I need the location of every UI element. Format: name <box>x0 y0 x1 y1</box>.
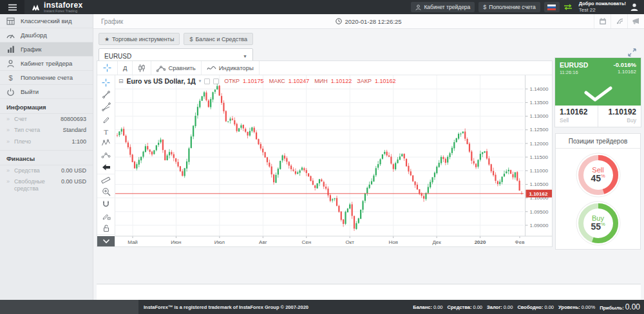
compare-button[interactable]: Сравнить <box>151 61 201 75</box>
brush-tool-button[interactable] <box>97 113 115 125</box>
finance-rows: »Средства0.00 USD»Свободные средства0.00… <box>0 165 93 195</box>
sidebar-info-row: »Средства0.00 USD <box>0 165 93 176</box>
collapse-tools-button[interactable] <box>97 236 115 246</box>
trading-instruments-button[interactable]: ★ Торговые инструменты <box>99 33 180 45</box>
sidebar-item-deposit[interactable]: $Пополнение счета <box>0 71 93 85</box>
traders-positions-card: Позиции трейдеров Sell 45% <box>555 133 641 250</box>
sell-cell[interactable]: 1.10162 Sell <box>555 106 598 127</box>
magnet-tool-button[interactable] <box>97 198 115 210</box>
info-rows: »Счет80800693»Тип счетаStandard»Плечо1:1… <box>0 114 93 147</box>
sidebar-item-label: Кабинет трейдера <box>21 60 72 67</box>
gann-fib-tool-icon <box>102 102 111 111</box>
statusbar: InstaForex™ is a registered trademark of… <box>0 300 644 314</box>
quote-symbol: EURUSD <box>560 61 588 69</box>
sidebar-item-label: Дашборд <box>21 32 47 39</box>
forecast-tool-button[interactable] <box>97 149 115 162</box>
gauge-icon <box>6 32 15 39</box>
close-value: 1.10162 <box>375 78 396 84</box>
welcome-label: Добро пожаловать! <box>579 1 626 7</box>
arrow-tool-button[interactable] <box>97 162 115 174</box>
topbar: instaforex Instant Forex Trading Кабинет… <box>0 0 644 14</box>
text-tool-button[interactable]: T <box>97 125 115 137</box>
welcome-block: Добро пожаловать! Test 22 <box>579 1 626 13</box>
instaforex-brand[interactable]: instaforex Instant Forex Trading <box>31 1 82 14</box>
controls-row: ★ Торговые инструменты $ Баланс и Средст… <box>99 33 253 45</box>
trademark-text: InstaForex™ is a registered trademark of… <box>144 304 308 310</box>
trader-cabinet-button[interactable]: Кабинет трейдера <box>411 2 475 12</box>
svg-text:Июн: Июн <box>171 239 181 245</box>
brand-tagline: Instant Forex Trading <box>44 10 82 14</box>
right-panel: EURUSD 11:26:16 -0.016% 1.10162 <box>555 14 641 300</box>
chart-type-button[interactable] <box>133 61 151 75</box>
ruler-tool-button[interactable] <box>97 174 115 186</box>
metric-уровень: Уровень:0.00% <box>558 304 595 310</box>
zoom-in-tool-button[interactable] <box>97 186 115 198</box>
legend-collapse-icon[interactable]: ⊟ <box>118 78 124 84</box>
svg-text:Окт: Окт <box>345 239 354 245</box>
info-section-title: Информация <box>0 99 93 114</box>
svg-text:1.13000: 1.13000 <box>530 113 549 119</box>
low-value: 1.10122 <box>331 78 352 84</box>
sell-donut-text: Sell 45% <box>575 152 621 198</box>
sidebar-item-logout[interactable]: Выйти <box>0 85 93 99</box>
row-label: Средства <box>14 167 61 174</box>
chart-toolbar: Д Сравнить Индикаторы <box>97 61 552 75</box>
chevron-down-icon <box>102 239 110 244</box>
hamburger-menu-button[interactable] <box>0 0 24 14</box>
compare-icon <box>156 64 166 72</box>
buy-percent: 55 <box>591 221 601 232</box>
symbol-select-value: EURUSD <box>104 53 131 60</box>
person-icon <box>6 60 15 68</box>
dollar-icon: $ <box>189 36 193 42</box>
legend-close-icon[interactable] <box>213 78 219 84</box>
timeframe-button[interactable]: Д <box>118 61 133 75</box>
metric-прибыль: Прибыль:0.00 <box>600 302 640 311</box>
sidebar-item-label: Пополнение счета <box>21 74 73 81</box>
sidebar-info-row: »Тип счетаStandard <box>0 125 93 136</box>
lock-tool-button[interactable] <box>97 222 115 234</box>
quote-time: 11:26:16 <box>560 69 588 75</box>
row-value: 80800693 <box>61 116 86 122</box>
dollar-icon: $ <box>6 74 15 82</box>
svg-text:1.11000: 1.11000 <box>530 168 549 174</box>
sidebar-item-classic-view[interactable]: Классический вид <box>0 14 93 28</box>
language-flag-button[interactable] <box>544 2 560 12</box>
price-chart[interactable]: 1.140001.135001.130001.125001.120001.115… <box>115 75 552 246</box>
legend-caret-icon[interactable]: ▾ <box>199 78 202 84</box>
positions-donuts: Sell 45% Buy 55% <box>556 149 640 246</box>
chart-card: Д Сравнить Индикаторы T <box>97 60 553 247</box>
avatar-icon[interactable] <box>630 3 639 12</box>
trading-instruments-label: Торговые инструменты <box>112 36 174 42</box>
sidebar-item-label: Классический вид <box>21 17 71 24</box>
deposit-button[interactable]: $ Пополнение счета <box>478 2 540 12</box>
sidebar-item-dashboard[interactable]: Дашборд <box>0 28 93 42</box>
hamburger-icon <box>8 4 17 11</box>
buy-cell[interactable]: 1.10192 Buy <box>598 106 641 127</box>
power-icon <box>6 88 15 96</box>
draw-mode-tool-button[interactable] <box>97 210 115 222</box>
svg-text:1.12000: 1.12000 <box>530 141 549 147</box>
buy-price: 1.10192 <box>603 107 636 116</box>
balance-funds-button[interactable]: $ Баланс и Средства <box>184 33 253 45</box>
row-label: Счет <box>14 116 61 123</box>
drawing-tools-column: T <box>97 75 115 246</box>
sell-percent: 45 <box>591 173 601 183</box>
row-value: 0.00 USD <box>61 167 86 174</box>
crosshair-tool-button[interactable] <box>97 77 115 89</box>
sidebar-item-chart[interactable]: График <box>0 42 93 57</box>
grid-icon <box>6 17 15 25</box>
username: Test 22 <box>579 7 626 13</box>
sidebar-item-trader-cabinet[interactable]: Кабинет трейдера <box>0 57 93 71</box>
crosshair-tool-button[interactable] <box>97 61 118 75</box>
trend-line-tool-button[interactable] <box>97 89 115 101</box>
xabcd-pattern-tool-button[interactable] <box>97 137 115 149</box>
compare-label: Сравнить <box>168 64 195 71</box>
legend-settings-icon[interactable] <box>204 78 210 84</box>
exchange-arrows-icon[interactable] <box>564 4 573 10</box>
gann-fib-tool-button[interactable] <box>97 101 115 113</box>
ruler-tool-icon <box>101 176 111 184</box>
row-value: 1:100 <box>71 138 86 145</box>
statusbar-metrics: Баланс:0.00Средства:0.00Залог:0.00Свобод… <box>413 302 644 311</box>
indicators-button[interactable]: Индикаторы <box>202 61 260 75</box>
quote-card-top[interactable]: EURUSD 11:26:16 -0.016% 1.10162 <box>555 58 641 106</box>
